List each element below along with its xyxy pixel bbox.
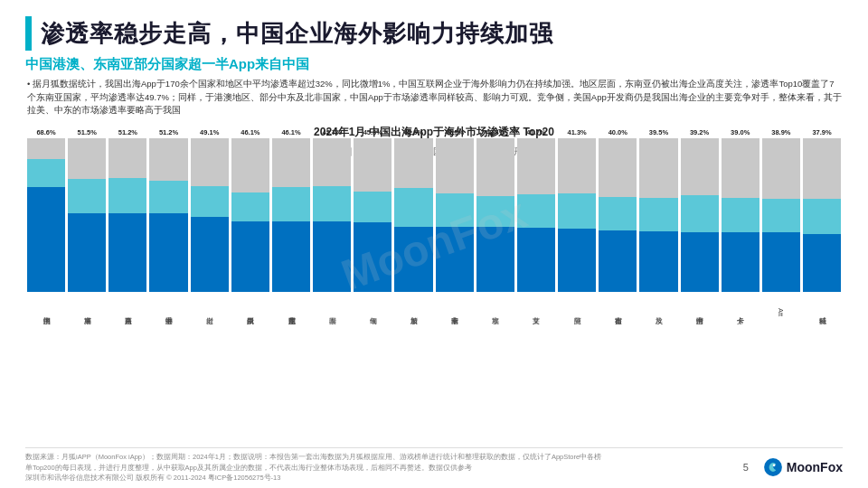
bar-china (762, 232, 800, 292)
bar-us (272, 187, 310, 221)
bar-x-label: 白俄罗斯 (246, 296, 255, 328)
page: MoonFox 渗透率稳步走高，中国企业海外影响力持续加强 中国港澳、东南亚部分… (0, 0, 868, 488)
bar-group: 40.0%吉布提市 (599, 128, 637, 328)
bar-stack (681, 138, 719, 292)
bar-stack (762, 138, 800, 292)
bar-x-label: 马来西亚 (123, 296, 132, 328)
title-block: 渗透率稳步走高，中国企业海外影响力持续加强 (25, 16, 843, 51)
bar-china (394, 227, 432, 292)
bar-china (436, 227, 474, 292)
bar-value-label: 45.7% (323, 128, 342, 136)
bar-stack (272, 138, 310, 292)
bar-group: 51.2%中国香港 (149, 128, 187, 328)
page-number: 5 (743, 462, 749, 473)
bar-local (354, 138, 392, 192)
footer-source: 数据来源：月狐iAPP（MoonFox iApp）；数据周期：2024年1月；数… (25, 452, 601, 483)
bar-us (27, 159, 65, 187)
bar-x-label: 新加坡 (409, 296, 418, 328)
bar-local (599, 138, 637, 197)
bar-value-label: 51.2% (118, 128, 137, 136)
bar-china (108, 213, 146, 292)
bar-local (149, 138, 187, 181)
bar-group: 41.3%阿曼 (558, 128, 596, 328)
bar-x-label: 阿曼 (572, 296, 581, 328)
bar-us (231, 192, 269, 221)
bar-group: 46.1%印度尼西亚 (272, 128, 310, 328)
bar-stack (231, 138, 269, 292)
bar-stack (599, 138, 637, 292)
bar-us (191, 186, 229, 217)
bar-x-label: 科威特 (817, 296, 826, 328)
bar-us (394, 188, 432, 227)
bar-local (313, 138, 351, 186)
bar-local (476, 138, 514, 196)
bar-us (599, 197, 637, 230)
bar-group: 38.9%Att (762, 128, 800, 328)
bar-x-label: 缅甸 (368, 296, 377, 328)
bar-china (191, 217, 229, 292)
bar-x-label: Att (777, 296, 785, 328)
bar-local (394, 138, 432, 188)
bar-stack (354, 138, 392, 292)
bar-stack (191, 138, 229, 292)
bar-local (27, 138, 65, 159)
bar-local (272, 138, 310, 187)
bar-us (558, 193, 596, 229)
bar-china (639, 231, 677, 292)
chart-bars: 68.6%中国澳门51.5%柬埔寨51.2%马来西亚51.2%中国香港49.1%… (25, 165, 843, 328)
title-accent (25, 16, 32, 51)
bar-x-label: 吉布提市 (613, 296, 622, 328)
chart-legend: 本国研发 美国研发 中国研发 (25, 145, 843, 158)
bar-stack (68, 138, 106, 292)
bar-value-label: 39.2% (690, 128, 709, 136)
bar-china (27, 187, 65, 293)
bar-china (313, 221, 351, 292)
bar-value-label: 46.1% (241, 128, 259, 136)
bar-x-label: 埃塞 (491, 296, 500, 328)
bar-local (762, 138, 800, 198)
bar-stack (27, 138, 65, 292)
bar-local (681, 138, 719, 195)
bar-group: 39.0%卡卡介 (722, 128, 760, 328)
bar-value-label: 49.1% (200, 128, 219, 136)
bar-value-label: 39.0% (731, 128, 750, 136)
footer: 数据来源：月狐iAPP（MoonFox iApp）；数据周期：2024年1月；数… (25, 447, 843, 483)
bar-x-label: 柬埔寨 (82, 296, 91, 328)
bar-us (108, 178, 146, 213)
bar-value-label: 42.5% (445, 128, 464, 136)
bar-group: 51.2%马来西亚 (108, 128, 146, 328)
bar-us (149, 181, 187, 213)
bar-value-label: 51.2% (159, 128, 178, 136)
bar-us (681, 195, 719, 232)
bar-value-label: 38.9% (771, 128, 790, 136)
footer-copyright: 深圳市和讯华谷信息技术有限公司 版权所有 © 2011-2024 粤ICP备12… (25, 473, 601, 483)
moonfox-logo: MoonFox (763, 457, 843, 477)
bar-group: 42.5%南非黛卡 (436, 128, 474, 328)
bar-group: 39.2%中国台湾 (681, 128, 719, 328)
bullet-text: • 据月狐数据统计，我国出海App于170余个国家和地区中平均渗透率超过32%，… (25, 78, 843, 117)
bar-local (803, 138, 841, 198)
bar-value-label: 42.4% (486, 128, 505, 136)
bar-us (517, 194, 555, 228)
bar-local (191, 138, 229, 186)
bar-stack (394, 138, 432, 292)
bar-china (803, 234, 841, 292)
bar-stack (722, 138, 760, 292)
bar-group: 37.9%科威特 (803, 128, 841, 328)
moonfox-icon (763, 457, 783, 477)
bar-stack (639, 138, 677, 292)
bar-china (681, 232, 719, 293)
bar-x-label: 泰国 (327, 296, 336, 328)
sub-title: 中国港澳、东南亚部分国家超一半App来自中国 (25, 56, 843, 73)
bar-value-label: 42.5% (404, 128, 423, 136)
main-title: 渗透率稳步走高，中国企业海外影响力持续加强 (41, 18, 553, 50)
bar-x-label: 老挝 (205, 296, 214, 328)
bar-value-label: 41.7% (526, 128, 545, 136)
bar-stack (149, 138, 187, 292)
bar-china (517, 228, 555, 292)
bar-us (354, 192, 392, 222)
bar-value-label: 41.3% (567, 128, 586, 136)
bar-x-label: 中国香港 (165, 296, 174, 328)
bar-group: 51.5%柬埔寨 (68, 128, 106, 328)
bar-stack (108, 138, 146, 292)
